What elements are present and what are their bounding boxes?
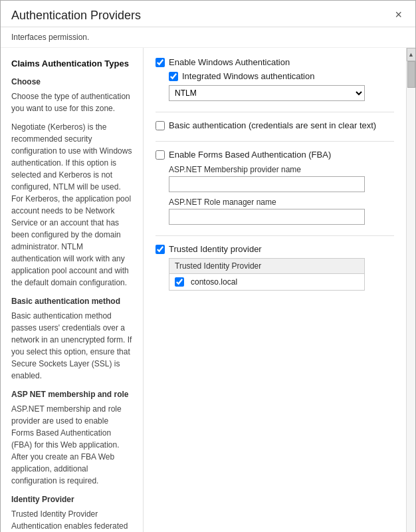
ntlm-dropdown[interactable]: NTLM Kerberos: [169, 85, 365, 101]
sidebar-identity-label: Identity Provider: [11, 493, 132, 505]
divider-1: [156, 112, 394, 112]
trusted-provider-row: contoso.local: [169, 274, 364, 290]
main-content: Enable Windows Authentication Integrated…: [144, 48, 406, 532]
trusted-identity-row: Trusted Identity provider: [156, 244, 394, 254]
contoso-label: contoso.local: [191, 277, 237, 287]
sidebar: Claims Authentication Types Choose Choos…: [1, 48, 144, 532]
sidebar-section-title: Claims Authentication Types: [11, 57, 132, 70]
authentication-providers-dialog: Authentication Providers × Interfaces pe…: [0, 0, 416, 532]
integrated-auth-row: Integrated Windows authentication: [169, 71, 394, 81]
windows-auth-section: Enable Windows Authentication Integrated…: [156, 57, 394, 101]
sidebar-basic-label: Basic authentication method: [11, 295, 132, 307]
dialog-body: Claims Authentication Types Choose Choos…: [1, 48, 415, 532]
dialog-header: Authentication Providers ×: [1, 1, 415, 27]
sidebar-aspnet-text: ASP.NET membership and role provider are…: [11, 403, 132, 487]
trusted-identity-section: Trusted Identity provider Trusted Identi…: [156, 244, 394, 291]
fba-label: Enable Forms Based Authentication (FBA): [169, 150, 331, 160]
membership-provider-input[interactable]: [169, 176, 365, 192]
scrollbar: ▲ ▼: [406, 48, 415, 532]
basic-auth-label: Basic authentication (credentials are se…: [169, 120, 376, 130]
trusted-identity-checkbox[interactable]: [156, 245, 165, 254]
sidebar-choose-text: Choose the type of authentication you wa…: [11, 90, 132, 114]
trusted-providers-table: Trusted Identity Provider contoso.local: [169, 258, 365, 291]
scroll-thumb[interactable]: [407, 61, 415, 88]
fba-checkbox[interactable]: [156, 150, 165, 160]
fba-section: Enable Forms Based Authentication (FBA) …: [156, 150, 394, 225]
sidebar-negotiate-text: Negotiate (Kerberos) is the recommended …: [11, 121, 132, 289]
basic-auth-section: Basic authentication (credentials are se…: [156, 120, 394, 130]
sidebar-identity-text: Trusted Identity Provider Authentication…: [11, 508, 132, 533]
trusted-table-header: Trusted Identity Provider: [169, 259, 364, 274]
windows-auth-checkbox[interactable]: [156, 58, 165, 67]
trusted-table-block: Trusted Identity Provider contoso.local: [169, 258, 394, 291]
sidebar-aspnet-label: ASP NET membership and role: [11, 388, 132, 400]
sidebar-basic-text: Basic authentication method passes users…: [11, 310, 132, 382]
role-manager-input[interactable]: [169, 209, 365, 225]
windows-auth-label: Enable Windows Authentication: [169, 57, 290, 67]
role-manager-label: ASP.NET Role manager name: [169, 198, 394, 207]
integrated-auth-checkbox[interactable]: [169, 72, 178, 81]
ntlm-select-row: NTLM Kerberos: [169, 85, 394, 101]
basic-auth-checkbox[interactable]: [156, 121, 165, 130]
integrated-auth-label: Integrated Windows authentication: [182, 71, 314, 81]
fba-fields: ASP.NET Membership provider name ASP.NET…: [169, 165, 394, 225]
scroll-up-button[interactable]: ▲: [407, 48, 416, 61]
trusted-identity-label: Trusted Identity provider: [169, 244, 262, 254]
scroll-track: [407, 61, 415, 532]
fba-row: Enable Forms Based Authentication (FBA): [156, 150, 394, 160]
dialog-subtitle: Interfaces permission.: [1, 27, 415, 48]
integrated-auth-block: Integrated Windows authentication NTLM K…: [169, 71, 394, 101]
windows-auth-row: Enable Windows Authentication: [156, 57, 394, 67]
sidebar-choose-label: Choose: [11, 76, 132, 88]
close-button[interactable]: ×: [392, 9, 405, 21]
dialog-title: Authentication Providers: [11, 9, 141, 23]
basic-auth-row: Basic authentication (credentials are se…: [156, 120, 394, 130]
divider-2: [156, 141, 394, 142]
contoso-checkbox[interactable]: [175, 277, 184, 287]
membership-provider-label: ASP.NET Membership provider name: [169, 165, 394, 174]
divider-3: [156, 235, 394, 236]
